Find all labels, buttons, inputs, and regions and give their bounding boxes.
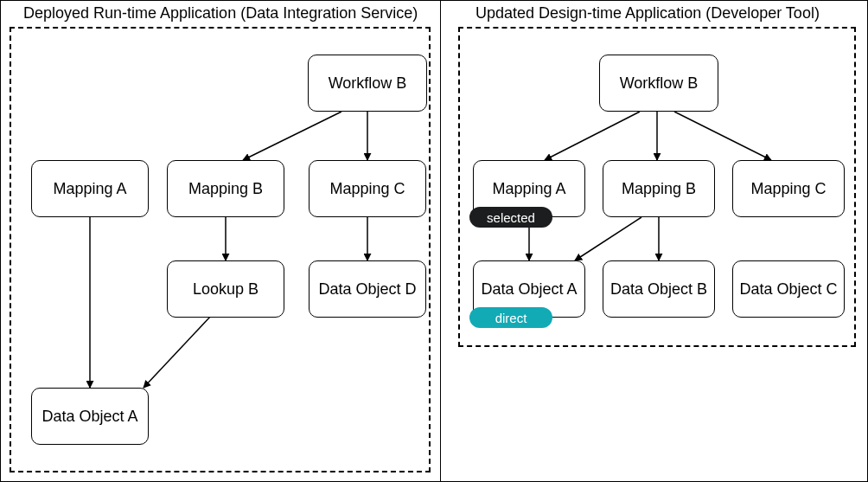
right-panel: Updated Design-time Application (Develop… <box>441 0 868 482</box>
node-mapping-c-left: Mapping C <box>309 160 426 217</box>
badge-selected: selected <box>469 207 552 228</box>
node-mapping-c-right: Mapping C <box>732 160 845 217</box>
diagram-container: Deployed Run-time Application (Data Inte… <box>0 0 868 482</box>
node-data-object-c-right: Data Object C <box>732 260 845 318</box>
node-workflow-b-right: Workflow B <box>599 55 718 112</box>
node-workflow-b-left: Workflow B <box>308 55 427 112</box>
node-mapping-a-left: Mapping A <box>31 160 149 217</box>
node-data-object-b-right: Data Object B <box>603 260 715 318</box>
node-data-object-d-left: Data Object D <box>309 260 426 318</box>
badge-direct: direct <box>469 307 552 328</box>
node-mapping-b-left: Mapping B <box>167 160 284 217</box>
node-data-object-a-left: Data Object A <box>31 388 149 445</box>
right-panel-title: Updated Design-time Application (Develop… <box>475 4 820 22</box>
node-mapping-b-right: Mapping B <box>603 160 715 217</box>
left-panel-title: Deployed Run-time Application (Data Inte… <box>23 4 418 22</box>
node-lookup-b-left: Lookup B <box>167 260 284 318</box>
left-panel: Deployed Run-time Application (Data Inte… <box>0 0 441 482</box>
